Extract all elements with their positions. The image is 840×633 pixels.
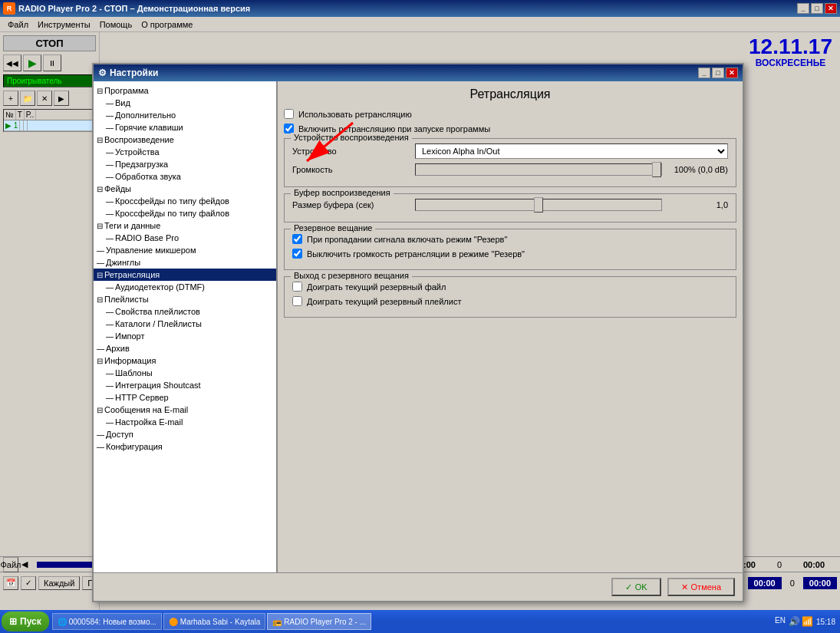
buffer-row: Размер буфера (сек) 1,0 xyxy=(292,199,728,211)
tree-item-playlists[interactable]: ⊟Плейлисты xyxy=(94,293,276,305)
tree-label: Программа xyxy=(104,86,149,95)
tree-item-jingles[interactable]: —Джинглы xyxy=(94,256,276,269)
menu-help[interactable]: Помощь xyxy=(95,18,137,31)
content-panel: Ретрансляция Использовать ретрансляцию В… xyxy=(278,81,743,572)
playback-group-title: Устройство воспроизведения xyxy=(291,133,412,142)
reserve-check1[interactable] xyxy=(292,234,302,244)
cancel-button[interactable]: ✕ Отмена xyxy=(667,578,735,596)
tree-item-preload[interactable]: —Предзагрузка xyxy=(94,158,276,170)
tree-item-cross2[interactable]: —Кроссфейды по типу файлов xyxy=(94,207,276,219)
check-button[interactable]: ✓ xyxy=(21,576,36,590)
tree-item-tags[interactable]: ⊟Теги и данные xyxy=(94,219,276,232)
tree-label: Предзагрузка xyxy=(115,160,168,169)
tray-icon-network: 🔊 xyxy=(789,616,800,627)
taskbar-item-0[interactable]: 🌐 0000584: Новые возмо... xyxy=(52,613,162,630)
exit-check1-row: Доиграть текущий резервный файл xyxy=(292,282,728,292)
scheduler-icon[interactable]: 📅 xyxy=(3,576,18,590)
exit-check1[interactable] xyxy=(292,282,302,292)
tree-item-pl-props[interactable]: —Свойства плейлистов xyxy=(94,305,276,318)
tree-item-email[interactable]: ⊟Сообщения на E-mail xyxy=(94,404,276,416)
volume-slider-container: 100% (0,0 dB) xyxy=(415,163,728,176)
volume-row: Громкость 100% (0,0 dB) xyxy=(292,163,728,176)
tree-item-catalogs[interactable]: —Каталоги / Плейлисты xyxy=(94,318,276,330)
use-retrans-checkbox[interactable] xyxy=(284,109,294,119)
tree-item-mixer[interactable]: —Управление микшером xyxy=(94,244,276,256)
tree-label: RADIO Base Pro xyxy=(115,233,179,242)
tree-item-programma[interactable]: ⊟Программа xyxy=(94,84,276,97)
tree-label: Вид xyxy=(115,98,130,107)
tree-item-templates[interactable]: —Шаблоны xyxy=(94,367,276,379)
delete-button[interactable]: ✕ xyxy=(37,91,52,106)
tree-item-info[interactable]: ⊟Информация xyxy=(94,354,276,367)
menu-tools[interactable]: Инструменты xyxy=(33,18,95,31)
tree-item-vospr[interactable]: ⊟Воспроизведение xyxy=(94,134,276,146)
tree-item-fades[interactable]: ⊟Фейды xyxy=(94,183,276,195)
playlist-table: № Т Р.. ▶ 1 xyxy=(3,109,96,132)
volume-slider[interactable] xyxy=(415,163,662,176)
dialog-title-bar: ⚙ Настройки _ □ ✕ xyxy=(94,64,743,81)
taskbar-items: 🌐 0000584: Новые возмо... 🟠 Marhaba Sabi… xyxy=(52,613,770,630)
ti-label-1: Marhaba Sabi - Kaytala xyxy=(180,618,261,626)
dialog-close[interactable]: ✕ xyxy=(726,68,738,78)
player-label: Проигрыватель xyxy=(3,74,96,87)
tree-item-devices[interactable]: —Устройства xyxy=(94,146,276,158)
tree-item-archive[interactable]: —Архив xyxy=(94,342,276,354)
start-button[interactable]: ⊞ Пуск xyxy=(2,612,49,631)
tree-item-cross1[interactable]: —Кроссфейды по типу фейдов xyxy=(94,195,276,207)
exit-check2[interactable] xyxy=(292,296,302,306)
tree-item-retrans[interactable]: ⊟Ретрансляция xyxy=(94,269,276,281)
file-label-btn[interactable]: Файл xyxy=(3,557,18,572)
taskbar-item-1[interactable]: 🟠 Marhaba Sabi - Kaytala xyxy=(163,613,266,630)
tree-label: Ретрансляция xyxy=(104,270,160,279)
add-button[interactable]: + xyxy=(3,91,18,106)
app-icon: R xyxy=(3,2,15,15)
tree-item-vid[interactable]: —Вид xyxy=(94,97,276,109)
menu-file[interactable]: Файл xyxy=(3,18,33,31)
exit-reserve-group-title: Выход с резервного вещания xyxy=(291,271,412,280)
menu-about[interactable]: О программе xyxy=(137,18,197,31)
use-retrans-row: Использовать ретрансляцию xyxy=(284,109,736,119)
tree-item-dop[interactable]: —Дополнительно xyxy=(94,109,276,121)
dialog-minimize[interactable]: _ xyxy=(698,68,710,78)
tray-lang: EN xyxy=(773,616,787,627)
tree-item-hotkeys[interactable]: —Горячие клавиши xyxy=(94,121,276,134)
tree-item-email-setup[interactable]: —Настройка E-mail xyxy=(94,416,276,428)
folder-button[interactable]: 📁 xyxy=(20,91,35,106)
tree-item-rbase[interactable]: —RADIO Base Pro xyxy=(94,232,276,244)
tree-item-sound[interactable]: —Обработка звука xyxy=(94,170,276,183)
tree-item-shoutcast[interactable]: —Интеграция Shoutcast xyxy=(94,379,276,391)
maximize-button[interactable]: □ xyxy=(811,3,823,14)
minimize-button[interactable]: _ xyxy=(797,3,809,14)
tree-item-access[interactable]: —Доступ xyxy=(94,428,276,440)
buffer-label: Размер буфера (сек) xyxy=(292,200,415,209)
col-p: Р.. xyxy=(25,110,36,120)
tree-item-http[interactable]: —HTTP Сервер xyxy=(94,391,276,404)
play-button[interactable]: ▶ xyxy=(23,54,41,71)
dialog-title: Настройки xyxy=(110,68,158,78)
ok-icon: ✓ xyxy=(625,582,632,592)
tree-item-config[interactable]: —Конфигурация xyxy=(94,440,276,453)
more-button[interactable]: ▶ xyxy=(54,91,69,106)
left-arrow-btn[interactable]: ◀ xyxy=(21,559,34,569)
tree-label: Конфигурация xyxy=(106,442,163,451)
reserve-check2[interactable] xyxy=(292,249,302,259)
window-controls: _ □ ✕ xyxy=(797,3,837,14)
system-tray: EN 🔊 📶 15:18 xyxy=(770,616,838,627)
file-toolbar: + 📁 ✕ ▶ xyxy=(3,91,96,106)
volume-value: 100% (0,0 dB) xyxy=(667,165,728,174)
reserve-group: Резервное вещание При пропадании сигнала… xyxy=(284,229,736,270)
pause-button[interactable]: ⏸ xyxy=(43,54,61,71)
reserve-check1-row: При пропадании сигнала включать режим "Р… xyxy=(292,234,728,244)
taskbar-item-2[interactable]: 📻 RADIO Player Pro 2 - ... xyxy=(267,613,371,630)
prev-button[interactable]: ◀◀ xyxy=(3,54,21,71)
ok-button[interactable]: ✓ OK xyxy=(611,578,661,596)
close-button[interactable]: ✕ xyxy=(825,3,837,14)
menu-bar: Файл Инструменты Помощь О программе xyxy=(0,17,840,32)
every-day-button[interactable]: Каждый xyxy=(38,576,80,590)
device-row: Устройство Lexicon Alpha In/Out xyxy=(292,143,728,159)
device-select[interactable]: Lexicon Alpha In/Out xyxy=(415,143,728,159)
tree-item-dtmf[interactable]: —Аудиодетектор (DTMF) xyxy=(94,281,276,293)
tree-item-import[interactable]: —Импорт xyxy=(94,330,276,342)
dialog-restore[interactable]: □ xyxy=(712,68,724,78)
buffer-slider[interactable] xyxy=(415,199,662,211)
